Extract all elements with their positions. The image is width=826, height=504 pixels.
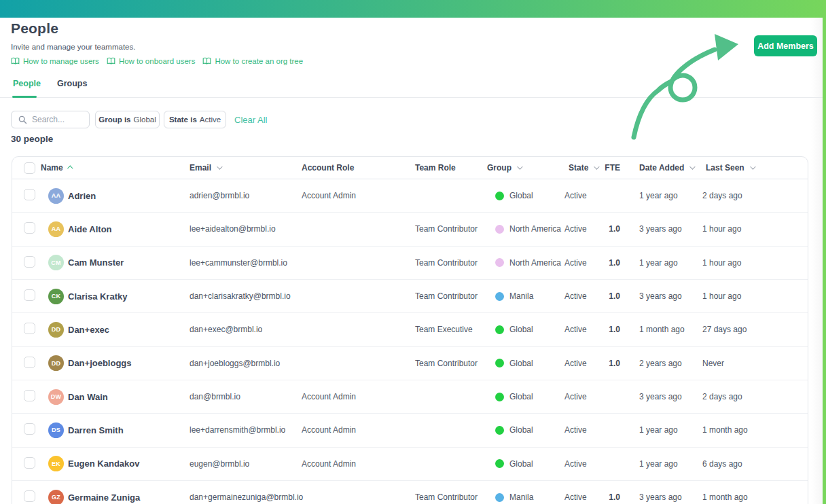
select-all-checkbox[interactable]	[24, 162, 35, 174]
sort-icon	[217, 164, 222, 169]
group-color-dot	[495, 292, 504, 301]
cell-name: Darren Smith	[68, 425, 124, 435]
row-checkbox[interactable]	[24, 490, 35, 502]
cell-group: Global	[487, 325, 564, 334]
cell-last-seen: 1 hour ago	[700, 291, 808, 301]
cell-email: dan+germainezuniga@brmbl.io	[190, 492, 302, 502]
row-checkbox[interactable]	[24, 357, 35, 368]
filter-chip-group[interactable]: Group is Global	[95, 111, 160, 128]
column-header-team-role[interactable]: Team Role	[415, 163, 487, 173]
row-checkbox[interactable]	[24, 256, 35, 268]
chip-value: Global	[134, 115, 156, 124]
help-link-org-tree[interactable]: How to create an org tree	[202, 57, 303, 65]
column-header-date-added[interactable]: Date Added	[624, 163, 700, 173]
cell-date-added: 3 years ago	[624, 224, 700, 234]
row-checkbox[interactable]	[24, 189, 35, 200]
cell-account-role: Account Admin	[302, 425, 415, 435]
avatar: CK	[48, 289, 64, 304]
group-color-dot	[495, 359, 504, 367]
help-link-label: How to create an org tree	[215, 57, 303, 65]
active-tab-underline	[12, 96, 37, 98]
cell-last-seen: 1 hour ago	[700, 258, 808, 268]
cell-date-added: 3 years ago	[624, 492, 700, 502]
cell-state: Active	[564, 258, 598, 268]
table-row[interactable]: AAAide Alton lee+aidealton@brmbl.io Team…	[12, 213, 808, 246]
cell-state: Active	[564, 291, 598, 301]
table-row[interactable]: EKEugen Kandakov eugen@brmbl.io Account …	[12, 448, 808, 481]
cell-fte: 1.0	[598, 359, 624, 368]
group-color-dot	[495, 258, 504, 267]
filter-chip-state[interactable]: State is Active	[164, 111, 226, 128]
cell-date-added: 1 year ago	[624, 191, 700, 200]
cell-group: Global	[487, 425, 564, 435]
search-box[interactable]	[11, 111, 90, 128]
row-checkbox[interactable]	[24, 222, 35, 234]
cell-email: lee+cammunster@brmbl.io	[190, 258, 302, 268]
column-header-fte[interactable]: FTE	[598, 163, 624, 173]
cell-account-role: Account Admin	[302, 459, 415, 469]
cell-state: Active	[564, 459, 598, 469]
table-row[interactable]: DWDan Wain dan@brmbl.io Account Admin Gl…	[12, 380, 808, 414]
help-link-manage-users[interactable]: How to manage users	[11, 57, 99, 65]
cell-date-added: 3 years ago	[624, 392, 700, 401]
column-header-name[interactable]: Name	[41, 163, 190, 173]
column-header-last-seen[interactable]: Last Seen	[700, 163, 808, 173]
search-input[interactable]	[32, 115, 79, 124]
cell-email: dan+exec@brmbl.io	[190, 325, 302, 334]
column-header-email[interactable]: Email	[190, 163, 302, 173]
column-header-account-role[interactable]: Account Role	[302, 163, 415, 173]
cell-date-added: 3 years ago	[624, 291, 700, 301]
chip-field: State is	[169, 115, 197, 124]
people-table: Name Email Account Role Team Role Group …	[12, 156, 808, 504]
cell-state: Active	[564, 425, 598, 435]
column-header-group[interactable]: Group	[487, 163, 564, 173]
row-checkbox[interactable]	[24, 457, 35, 469]
table-row[interactable]: DDDan+joebloggs dan+joebloggs@brmbl.io T…	[12, 347, 808, 380]
table-row[interactable]: CMCam Munster lee+cammunster@brmbl.io Te…	[12, 247, 808, 280]
table-row[interactable]: GZGermaine Zuniga dan+germainezuniga@brm…	[12, 481, 808, 504]
cell-email: dan@brmbl.io	[190, 392, 302, 401]
clear-all-link[interactable]: Clear All	[234, 115, 267, 125]
cell-team-role: Team Contributor	[415, 224, 487, 234]
book-icon	[107, 57, 115, 65]
column-header-state[interactable]: State	[564, 163, 598, 173]
cell-email: dan+joebloggs@brmbl.io	[190, 359, 302, 368]
row-checkbox[interactable]	[24, 390, 35, 401]
search-icon	[18, 115, 27, 124]
cell-date-added: 1 year ago	[624, 425, 700, 435]
table-row[interactable]: DDDan+exec dan+exec@brmbl.io Team Execut…	[12, 313, 808, 346]
cell-email: dan+clarisakratky@brmbl.io	[190, 291, 302, 301]
help-links: How to manage users How to onboard users…	[11, 57, 303, 65]
group-color-dot	[495, 192, 504, 200]
cell-name: Clarisa Kratky	[68, 291, 127, 302]
cell-fte: 1.0	[598, 325, 624, 334]
row-checkbox[interactable]	[24, 423, 35, 435]
cell-last-seen: 2 days ago	[700, 191, 808, 200]
top-gradient-bar	[0, 0, 826, 18]
avatar: DW	[48, 389, 64, 405]
add-members-button[interactable]: Add Members	[754, 35, 817, 56]
table-row[interactable]: DSDarren Smith lee+darrensmith@brmbl.io …	[12, 414, 808, 447]
group-color-dot	[495, 393, 504, 401]
row-checkbox[interactable]	[24, 323, 35, 334]
help-link-onboard-users[interactable]: How to onboard users	[107, 57, 196, 65]
table-row[interactable]: AAAdrien adrien@brmbl.io Account Admin G…	[12, 179, 808, 213]
tab-groups[interactable]: Groups	[57, 79, 87, 88]
cell-team-role: Team Contributor	[415, 492, 487, 502]
avatar: GZ	[48, 490, 64, 504]
cell-group: Manila	[487, 291, 564, 301]
table-row[interactable]: CKClarisa Kratky dan+clarisakratky@brmbl…	[12, 280, 808, 313]
avatar: CM	[48, 255, 64, 270]
cell-email: lee+darrensmith@brmbl.io	[190, 425, 302, 435]
row-checkbox[interactable]	[24, 289, 35, 301]
cell-date-added: 1 year ago	[624, 258, 700, 268]
cell-last-seen: 1 month ago	[700, 425, 808, 435]
avatar: DD	[48, 355, 64, 371]
hand-drawn-arrow-icon	[622, 24, 754, 146]
cell-date-added: 1 year ago	[624, 459, 700, 469]
cell-fte: 1.0	[598, 224, 624, 234]
cell-name: Cam Munster	[68, 257, 124, 268]
cell-last-seen: Never	[700, 359, 808, 368]
page-subtitle: Invite and manage your teammates.	[11, 43, 135, 51]
tab-people[interactable]: People	[13, 79, 41, 88]
